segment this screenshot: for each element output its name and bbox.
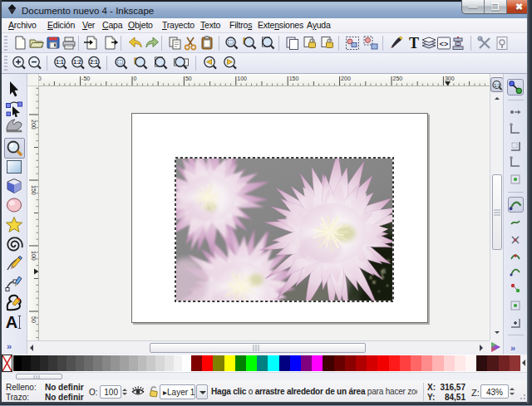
svg-text:<>: <> bbox=[440, 41, 449, 49]
svg-text:100: 100 bbox=[31, 251, 37, 261]
svg-text:200: 200 bbox=[341, 76, 351, 81]
svg-text:1:1: 1:1 bbox=[56, 59, 64, 65]
svg-text:300: 300 bbox=[445, 76, 455, 81]
svg-text:0: 0 bbox=[134, 76, 137, 81]
svg-text:50: 50 bbox=[31, 316, 37, 323]
svg-text:-50: -50 bbox=[81, 76, 90, 81]
svg-text:200: 200 bbox=[31, 120, 37, 130]
svg-text:-100: -100 bbox=[39, 76, 42, 81]
svg-text:A: A bbox=[6, 313, 17, 331]
svg-text:1:2: 1:2 bbox=[73, 59, 81, 65]
svg-text:250: 250 bbox=[393, 76, 403, 81]
svg-text:1:1: 1:1 bbox=[494, 83, 500, 88]
svg-text:50: 50 bbox=[185, 76, 192, 81]
svg-text:100: 100 bbox=[237, 76, 247, 81]
svg-text:150: 150 bbox=[289, 76, 299, 81]
svg-text:T: T bbox=[409, 35, 419, 51]
svg-text:2:1: 2:1 bbox=[90, 59, 98, 65]
svg-text:150: 150 bbox=[31, 185, 37, 195]
